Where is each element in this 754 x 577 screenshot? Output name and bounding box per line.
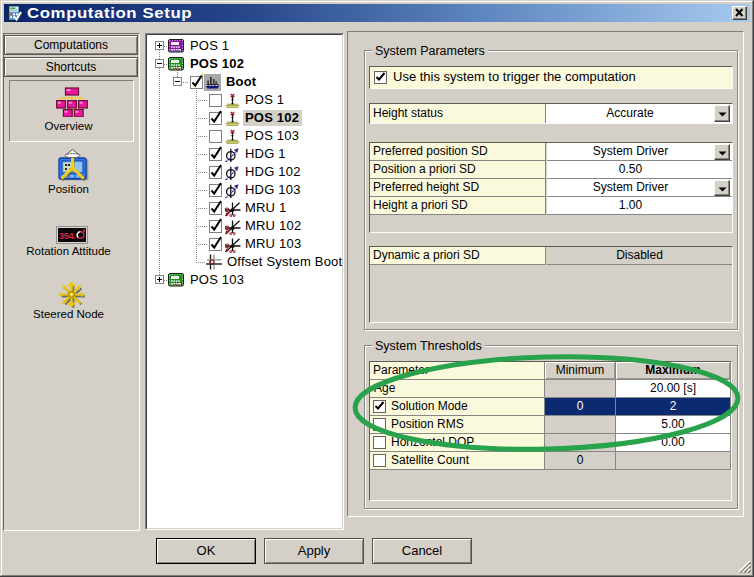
svg-text:354.: 354. — [59, 231, 75, 241]
